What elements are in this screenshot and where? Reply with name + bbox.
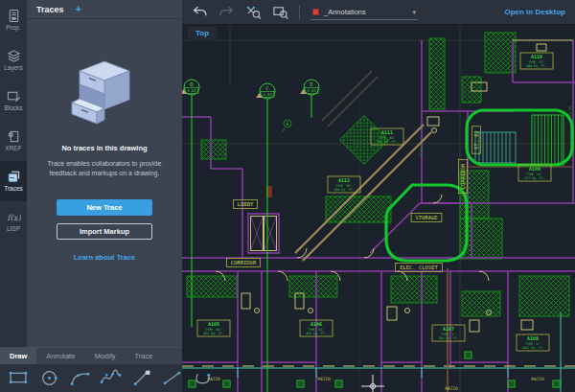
- svg-text:6: 6: [287, 122, 289, 127]
- tab-annotate[interactable]: Annotate: [36, 348, 84, 364]
- sidebar: Prop.LayersBlocksXREFTracesf(x)LISP: [0, 0, 27, 347]
- svg-text:760 SQ. FT.: 760 SQ. FT.: [334, 188, 354, 192]
- column-marker: [223, 380, 230, 387]
- svg-text:855 SQ. FT.: 855 SQ. FT.: [306, 332, 326, 335]
- chevron-down-icon: ▾: [412, 9, 416, 15]
- draw-tools-row: [0, 364, 182, 392]
- column-marker: [465, 352, 472, 358]
- ribbon-tabs: DrawAnnotateModifyTrace: [0, 347, 182, 364]
- line-icon[interactable]: [161, 369, 183, 387]
- layer-selector-value: _Annotations: [324, 8, 407, 16]
- area-label: LOBBY: [234, 199, 258, 208]
- svg-text:A107: A107: [443, 326, 454, 332]
- svg-text:984 SQ. FT.: 984 SQ. FT.: [377, 140, 397, 144]
- svg-text:A105: A105: [208, 321, 219, 327]
- traces-panel: Traces + No traces in this drawing Trace: [27, 0, 182, 347]
- area-label: ST. 02: [472, 127, 480, 153]
- toolbar-separator: [299, 6, 300, 19]
- traces-panel-header: Traces +: [27, 0, 182, 19]
- file-cabinet-illustration: [65, 58, 144, 132]
- layer-color-swatch: [312, 9, 319, 15]
- sidebar-item-blocks[interactable]: Blocks: [0, 81, 27, 121]
- blocks-icon: [7, 89, 21, 104]
- sidebar-item-prop[interactable]: Prop.: [0, 0, 27, 40]
- drawing-canvas[interactable]: A111TYPE 'B2'984 SQ. FT.A112TYPE 'B1'760…: [182, 25, 575, 392]
- traces-empty-state: No traces in this drawing Trace enables …: [27, 19, 182, 262]
- svg-text:764 SQ. FT.: 764 SQ. FT.: [438, 336, 458, 340]
- svg-text:4.03: 4.03: [307, 88, 316, 93]
- arc-icon[interactable]: [69, 369, 91, 387]
- keynote-symbol: 6: [282, 120, 291, 132]
- autocad-web-app: Prop.LayersBlocksXREFTracesf(x)LISP Trac…: [0, 0, 575, 392]
- zoom-window-button[interactable]: [272, 5, 288, 19]
- start-arc-icon[interactable]: [192, 369, 214, 387]
- diagonal-corridor: [295, 71, 431, 261]
- svg-text:PATIO: PATIO: [317, 377, 331, 381]
- svg-text:A112: A112: [338, 177, 350, 183]
- tab-draw[interactable]: Draw: [0, 348, 36, 364]
- import-markup-button[interactable]: Import Markup: [57, 223, 152, 240]
- polyline-icon[interactable]: [130, 369, 152, 387]
- markup-rounded-rect[interactable]: [467, 110, 572, 165]
- column-marker: [335, 380, 342, 387]
- area-label: CORRIDOR: [226, 258, 260, 266]
- svg-text:1051 SQ. FT.: 1051 SQ. FT.: [521, 346, 543, 350]
- svg-text:STORAGE: STORAGE: [415, 215, 437, 220]
- area-label: PATIO: [531, 377, 544, 381]
- sidebar-item-label: LISP: [7, 226, 20, 233]
- svg-text:4.02: 4.02: [187, 88, 196, 93]
- area-label: ELEC. CLOSET: [396, 263, 443, 271]
- svg-text:C: C: [265, 85, 268, 91]
- svg-text:675 SQ. FT.: 675 SQ. FT.: [524, 176, 544, 180]
- rectangle-icon[interactable]: [8, 369, 30, 387]
- sidebar-item-lisp[interactable]: f(x)LISP: [0, 201, 27, 242]
- area-label: STORAGE: [411, 213, 442, 221]
- svg-text:A109: A109: [529, 166, 540, 172]
- sidebar-item-xref[interactable]: XREF: [0, 121, 27, 161]
- new-trace-button[interactable]: New Trace: [57, 199, 152, 216]
- area-label: F4.90: [420, 148, 424, 158]
- markup-storage-loop[interactable]: [386, 185, 467, 261]
- svg-text:D: D: [310, 81, 312, 87]
- tab-trace[interactable]: Trace: [125, 348, 162, 364]
- properties-icon: [7, 9, 21, 23]
- spline-icon[interactable]: [100, 369, 122, 387]
- svg-text:855 SQ. FT.: 855 SQ. FT.: [203, 332, 223, 335]
- svg-text:A111: A111: [381, 129, 393, 135]
- svg-text:CORRIDOR: CORRIDOR: [460, 163, 466, 189]
- grid-bubble: C4.02: [256, 83, 275, 392]
- room-label: A108TYPE 'C'1051 SQ. FT.: [517, 334, 549, 351]
- tab-modify[interactable]: Modify: [84, 348, 125, 364]
- zoom-to-selection-button[interactable]: [245, 5, 262, 19]
- layers-icon: [7, 49, 21, 63]
- room-label: A106TYPE 'D1'855 SQ. FT.: [300, 320, 333, 336]
- sidebar-item-traces[interactable]: Traces: [0, 161, 27, 201]
- room-label: A105TYPE 'D1'855 SQ. FT.: [197, 320, 230, 336]
- xref-icon: [7, 129, 21, 144]
- area-label: PATIO: [317, 377, 331, 381]
- layer-selector-dropdown[interactable]: _Annotations ▾: [310, 4, 418, 20]
- hatch-areas: [187, 33, 569, 316]
- grid-bubble: D4.03: [300, 80, 319, 118]
- circle-icon[interactable]: [38, 369, 60, 387]
- canvas-toolbar: _Annotations ▾ Open in Desktop: [182, 0, 575, 25]
- learn-about-trace-link[interactable]: Learn about Trace: [74, 253, 136, 262]
- svg-text:LOBBY: LOBBY: [238, 201, 254, 207]
- svg-text:898 SQ. FT.: 898 SQ. FT.: [526, 64, 546, 68]
- svg-text:A106: A106: [310, 321, 322, 327]
- undo-button[interactable]: [192, 5, 208, 19]
- svg-text:CORRIDOR: CORRIDOR: [231, 260, 257, 265]
- column-marker: [553, 380, 560, 387]
- lisp-icon: f(x): [7, 210, 21, 224]
- redo-button[interactable]: [218, 5, 235, 19]
- open-in-desktop-link[interactable]: Open in Desktop: [504, 8, 565, 16]
- sidebar-item-layers[interactable]: Layers: [0, 40, 27, 81]
- svg-text:ST. 02: ST. 02: [473, 130, 479, 150]
- room-label: A112TYPE 'B1'760 SQ. FT.: [328, 176, 360, 193]
- add-trace-button[interactable]: +: [76, 4, 81, 14]
- column-marker: [297, 380, 304, 387]
- sidebar-item-label: XREF: [5, 146, 21, 152]
- area-label: PATIO: [445, 386, 458, 391]
- svg-text:A108: A108: [527, 335, 539, 341]
- empty-state-description: Trace enables collaborators to provide f…: [44, 159, 165, 178]
